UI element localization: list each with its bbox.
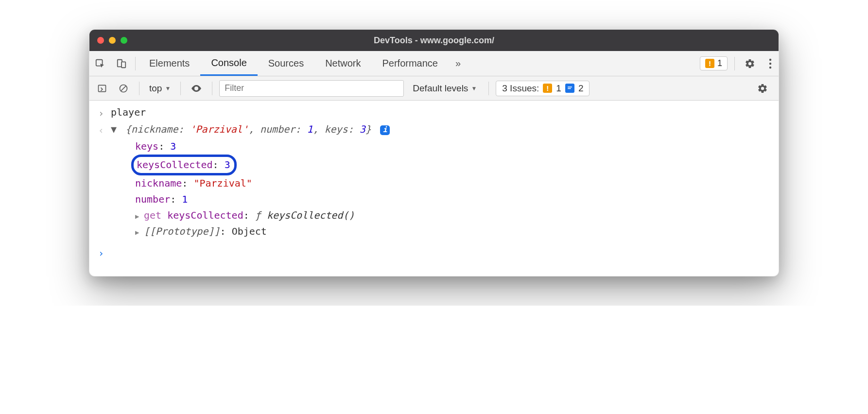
svg-rect-10 <box>568 86 572 87</box>
separator <box>135 57 136 70</box>
devtools-window: DevTools - www.google.com/ Elements Cons… <box>89 29 779 276</box>
object-getter-row[interactable]: ▶get keysCollected: ƒ keysCollected() <box>96 207 772 224</box>
settings-icon[interactable] <box>738 58 762 69</box>
object-summary: {nickname: 'Parzival', number: 1, keys: … <box>125 123 377 135</box>
window-titlebar: DevTools - www.google.com/ <box>89 30 779 51</box>
separator <box>139 82 139 95</box>
disclosure-triangle-closed-icon[interactable]: ▶ <box>135 227 144 238</box>
console-settings-icon[interactable] <box>750 83 775 94</box>
info-icon <box>565 84 574 93</box>
zoom-window-icon[interactable] <box>121 37 127 44</box>
tab-elements[interactable]: Elements <box>139 51 200 76</box>
console-empty-prompt[interactable]: › <box>96 244 772 261</box>
main-tabbar: Elements Console Sources Network Perform… <box>89 51 779 76</box>
issues-warn-count: 1 <box>556 83 561 94</box>
svg-point-9 <box>195 87 197 89</box>
prop-value: "Parzival" <box>193 177 252 189</box>
warning-icon: ! <box>705 59 714 68</box>
console-output: › player ‹ ▼ {nickname: 'Parzival', numb… <box>89 101 779 276</box>
more-options-icon[interactable] <box>762 58 779 69</box>
log-levels-picker[interactable]: Default levels ▼ <box>408 83 482 94</box>
prop-key: keysCollected <box>137 159 213 171</box>
prototype-key: [[Prototype]] <box>144 225 220 237</box>
separator <box>734 57 735 70</box>
context-label: top <box>149 83 162 94</box>
more-tabs-button[interactable]: » <box>449 51 468 76</box>
issues-summary-button[interactable]: 3 Issues: ! 1 2 <box>496 81 590 96</box>
levels-label: Default levels <box>413 83 468 94</box>
issues-label: 3 Issues: <box>502 83 539 94</box>
prop-value: 1 <box>182 193 188 205</box>
input-prompt-icon: › <box>96 104 106 121</box>
svg-rect-11 <box>568 88 571 89</box>
tab-sources[interactable]: Sources <box>258 51 314 76</box>
tab-performance[interactable]: Performance <box>372 51 449 76</box>
warning-icon: ! <box>543 84 552 93</box>
live-expression-icon[interactable] <box>188 83 205 94</box>
console-filter-input[interactable] <box>219 80 404 97</box>
console-input-row: › player <box>96 104 772 121</box>
separator <box>212 82 212 95</box>
prop-key: keys <box>135 140 158 152</box>
svg-rect-2 <box>122 62 125 68</box>
object-info-icon[interactable]: i <box>380 125 390 135</box>
prototype-value: Object <box>232 225 267 237</box>
svg-point-3 <box>769 58 771 60</box>
prop-value: 3 <box>170 140 176 152</box>
filter-text-field[interactable] <box>225 83 399 93</box>
clear-console-icon[interactable] <box>115 84 132 93</box>
input-prompt-icon: › <box>96 244 106 261</box>
disclosure-triangle-open-icon[interactable]: ▼ <box>111 121 120 138</box>
svg-line-8 <box>121 86 126 91</box>
highlight-ring: keysCollected: 3 <box>131 155 237 175</box>
issues-info-count: 2 <box>578 83 584 94</box>
console-result-row: ‹ ▼ {nickname: 'Parzival', number: 1, ke… <box>96 121 772 138</box>
disclosure-triangle-closed-icon[interactable]: ▶ <box>135 211 144 222</box>
window-title: DevTools - www.google.com/ <box>89 35 779 46</box>
object-property-row-highlighted[interactable]: keysCollected: 3 <box>96 155 772 175</box>
prop-value: 3 <box>225 159 230 171</box>
dropdown-icon: ▼ <box>471 85 477 92</box>
function-name: keysCollected() <box>267 209 355 221</box>
close-window-icon[interactable] <box>97 37 104 44</box>
object-summary-line[interactable]: ▼ {nickname: 'Parzival', number: 1, keys… <box>111 121 390 138</box>
output-prompt-icon: ‹ <box>96 121 106 138</box>
prop-key: number <box>135 193 170 205</box>
minimize-window-icon[interactable] <box>109 37 116 44</box>
console-sidebar-toggle-icon[interactable] <box>93 84 111 93</box>
object-property-row[interactable]: number: 1 <box>96 191 772 207</box>
tab-network[interactable]: Network <box>314 51 371 76</box>
execution-context-picker[interactable]: top ▼ <box>146 83 174 94</box>
console-toolbar: top ▼ Default levels ▼ 3 Issues: ! 1 2 <box>89 76 779 101</box>
traffic-lights <box>97 37 127 44</box>
getter-name: keysCollected <box>167 209 243 221</box>
tabbar-issues-count: 1 <box>717 58 722 69</box>
getter-prefix: get <box>144 209 167 221</box>
function-keyword: ƒ <box>255 209 267 221</box>
inspect-element-icon[interactable] <box>89 51 111 76</box>
object-prototype-row[interactable]: ▶[[Prototype]]: Object <box>96 224 772 240</box>
svg-point-5 <box>769 66 771 68</box>
dropdown-icon: ▼ <box>165 85 171 92</box>
svg-point-4 <box>769 62 771 64</box>
console-input-text: player <box>111 104 146 121</box>
panel-tabs: Elements Console Sources Network Perform… <box>139 51 468 76</box>
separator <box>488 82 489 95</box>
separator <box>180 82 181 95</box>
tab-console[interactable]: Console <box>200 51 257 76</box>
prop-key: nickname <box>135 177 182 189</box>
object-property-row[interactable]: nickname: "Parzival" <box>96 175 772 191</box>
tabbar-issues-button[interactable]: ! 1 <box>700 56 728 70</box>
object-property-row[interactable]: keys: 3 <box>96 138 772 155</box>
device-toolbar-icon[interactable] <box>111 51 132 76</box>
